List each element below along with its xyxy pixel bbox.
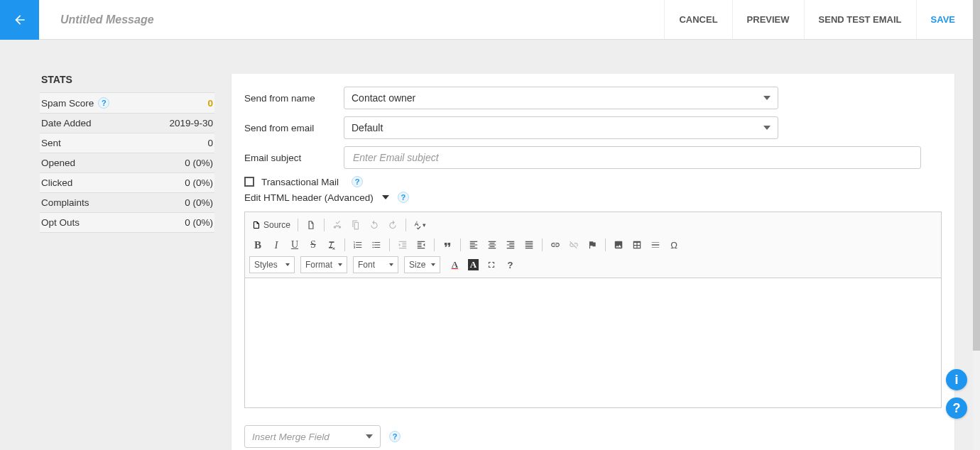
image-button[interactable] [610, 236, 627, 253]
maximize-icon [486, 260, 496, 270]
subject-row: Email subject [244, 146, 942, 169]
from-name-select[interactable]: Contact owner [344, 87, 778, 109]
styles-select[interactable]: Styles [249, 256, 295, 273]
merge-placeholder: Insert Merge Field [252, 432, 330, 442]
table-button[interactable] [628, 236, 646, 253]
undo-icon [369, 220, 379, 230]
info-button[interactable]: i [946, 369, 967, 390]
undo-button[interactable] [366, 216, 383, 234]
stats-value: 0 (0%) [185, 217, 213, 228]
chevron-down-icon [389, 263, 393, 266]
stats-row-clicked: Clicked 0 (0%) [40, 173, 214, 193]
preview-button[interactable]: PREVIEW [732, 0, 804, 39]
advanced-label: Edit HTML header (Advanced) [244, 192, 374, 203]
redo-button[interactable] [384, 216, 401, 234]
help-icon[interactable]: ? [398, 192, 409, 203]
align-center-button[interactable] [484, 236, 501, 253]
flag-icon [587, 240, 597, 250]
indent-button[interactable] [413, 236, 430, 253]
transactional-row: Transactional Mail ? [244, 176, 942, 187]
new-page-button[interactable] [303, 216, 320, 234]
outdent-button[interactable] [394, 236, 411, 253]
cut-button[interactable] [329, 216, 346, 234]
copy-icon [351, 220, 361, 230]
page-icon [306, 220, 316, 230]
help-icon[interactable]: ? [389, 431, 401, 442]
cancel-button[interactable]: CANCEL [664, 0, 731, 39]
source-button[interactable]: Source [249, 216, 293, 234]
special-char-button[interactable]: Ω [665, 236, 682, 253]
format-select[interactable]: Format [300, 256, 347, 273]
from-name-value: Contact owner [352, 92, 415, 104]
remove-format-icon [327, 240, 337, 250]
help-icon[interactable]: ? [98, 97, 109, 109]
merge-row: Insert Merge Field ? [244, 425, 942, 448]
align-left-button[interactable] [465, 236, 482, 253]
align-right-button[interactable] [502, 236, 519, 253]
blockquote-button[interactable] [439, 236, 456, 253]
stats-label: Date Added [41, 118, 92, 128]
unlink-button[interactable] [565, 236, 582, 253]
spellcheck-icon [412, 220, 422, 230]
help-button[interactable]: ? [946, 397, 967, 419]
bold-button[interactable]: B [249, 236, 266, 253]
transactional-label: Transactional Mail [261, 177, 339, 187]
content: STATS Spam Score ? 0 Date Added 2019-9-3… [0, 40, 980, 450]
separator [605, 238, 606, 251]
bg-color-button[interactable]: A [464, 256, 481, 273]
copy-button[interactable] [347, 216, 364, 234]
help-icon[interactable]: ? [352, 176, 363, 187]
separator [324, 219, 325, 231]
from-email-select[interactable]: Default [344, 116, 778, 139]
quote-icon [442, 240, 452, 250]
stats-value: 0 (0%) [185, 177, 213, 188]
back-button[interactable] [0, 0, 39, 40]
scrollbar-thumb[interactable] [973, 0, 980, 351]
transactional-checkbox[interactable] [244, 177, 254, 187]
merge-field-select[interactable]: Insert Merge Field [244, 425, 381, 448]
stats-row-spam-score: Spam Score ? 0 [40, 92, 214, 114]
main-panel: Send from name Contact owner Send from e… [232, 74, 954, 450]
hr-button[interactable] [647, 236, 664, 253]
stats-label: Clicked [41, 177, 72, 188]
subject-input[interactable] [344, 146, 921, 169]
send-test-button[interactable]: SEND TEST EMAIL [804, 0, 916, 39]
align-left-icon [469, 240, 479, 250]
align-justify-button[interactable] [521, 236, 538, 253]
from-email-row: Send from email Default [244, 116, 942, 139]
anchor-button[interactable] [584, 236, 601, 253]
about-button[interactable]: ? [501, 256, 518, 273]
italic-button[interactable]: I [268, 236, 285, 253]
outdent-icon [398, 240, 408, 250]
chevron-down-icon [763, 96, 771, 100]
rich-text-editor: Source ▾ B I [244, 212, 942, 408]
arrow-left-icon [13, 13, 27, 27]
remove-format-button[interactable] [323, 236, 340, 253]
stats-panel: STATS Spam Score ? 0 Date Added 2019-9-3… [40, 74, 214, 450]
separator [344, 238, 345, 251]
align-justify-icon [524, 240, 534, 250]
stats-value: 0 [207, 98, 213, 109]
stats-label: Sent [41, 138, 61, 148]
advanced-header-row[interactable]: Edit HTML header (Advanced) ? [244, 192, 942, 203]
chevron-down-icon [366, 434, 373, 439]
size-select[interactable]: Size [404, 256, 440, 273]
subject-label: Email subject [244, 153, 344, 163]
ordered-list-button[interactable] [349, 236, 366, 253]
scrollbar[interactable] [973, 0, 980, 450]
stats-label: Spam Score [41, 98, 94, 109]
strike-button[interactable]: S [305, 236, 322, 253]
unordered-list-button[interactable] [368, 236, 385, 253]
underline-button[interactable]: U [286, 236, 303, 253]
spellcheck-button[interactable]: ▾ [410, 216, 428, 234]
ol-icon [353, 240, 363, 250]
editor-body[interactable] [245, 278, 941, 407]
save-button[interactable]: SAVE [916, 0, 980, 39]
font-select[interactable]: Font [353, 256, 398, 273]
maximize-button[interactable] [483, 256, 500, 273]
link-icon [550, 240, 560, 250]
text-color-button[interactable]: A [446, 256, 463, 273]
image-icon [614, 240, 624, 250]
page-title: Untitled Message [60, 13, 154, 26]
link-button[interactable] [547, 236, 564, 253]
